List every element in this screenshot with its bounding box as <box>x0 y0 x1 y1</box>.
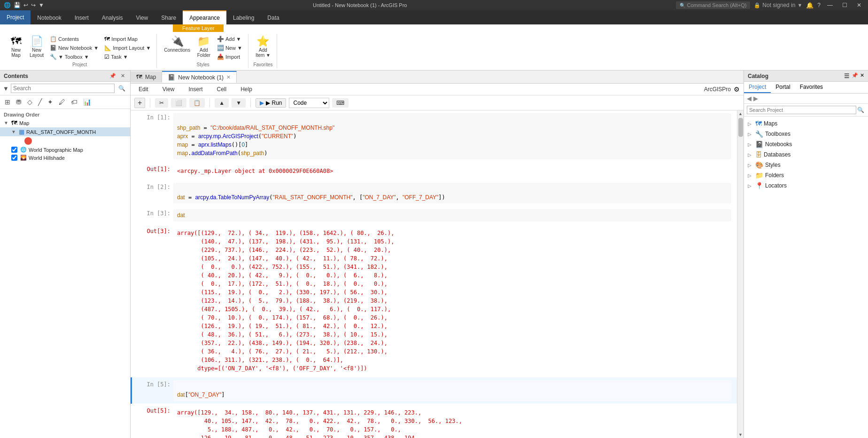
contents-close-btn[interactable]: ✕ <box>119 72 126 79</box>
notebooks-icon: 📓 <box>755 141 763 148</box>
scroll-down-btn[interactable]: ▼ <box>738 432 743 437</box>
maximize-btn[interactable]: ☐ <box>839 2 850 8</box>
notification-icon[interactable]: 🔔 <box>806 2 814 9</box>
catalog-tab-project[interactable]: Project <box>744 82 771 93</box>
cell-2-code[interactable]: dat = arcpy.da.TableToNumPyArray("RAIL_S… <box>173 183 731 203</box>
catalog-tab-favorites[interactable]: Favorites <box>795 82 828 93</box>
move-up-btn[interactable]: ▲ <box>215 98 229 108</box>
cat-locators[interactable]: ▷ 📍 Locators <box>744 180 868 191</box>
point-icon[interactable]: ✦ <box>46 97 55 107</box>
import-btn[interactable]: 📥 Import <box>215 53 244 61</box>
catalog-forward-btn[interactable]: ▶ <box>753 95 758 102</box>
doc-tab-notebook[interactable]: 📓 New Notebook (1) ✕ <box>162 71 237 83</box>
cell-3-code[interactable]: dat <box>173 209 731 221</box>
tab-appearance[interactable]: Appearance <box>183 10 226 24</box>
scroll-up-btn[interactable]: ▲ <box>738 111 743 116</box>
cat-folders[interactable]: ▷ 📁 Folders <box>744 170 868 180</box>
connections-btn[interactable]: 🔌 Connections <box>162 35 193 54</box>
catalog-search-btn[interactable]: 🔍 <box>856 106 865 114</box>
import-map-btn[interactable]: 🗺 Import Map <box>102 35 153 43</box>
polygon-icon[interactable]: ◇ <box>25 97 34 107</box>
tree-item-topo[interactable]: 🌐 World Topographic Map <box>0 146 130 154</box>
arcgispro-settings-icon[interactable]: ⚙ <box>734 86 740 93</box>
minimize-btn[interactable]: — <box>824 2 836 8</box>
search-input[interactable] <box>11 84 115 93</box>
cat-toolboxes[interactable]: ▷ 🔧 Toolboxes <box>744 129 868 139</box>
task-btn[interactable]: ☑ Task ▼ <box>102 53 153 61</box>
contents-pin-btn[interactable]: 📌 <box>108 72 117 79</box>
keyboard-shortcut-btn[interactable]: ⌨ <box>332 98 349 108</box>
new-btn[interactable]: 🆕 New ▼ <box>215 44 244 52</box>
menu-insert[interactable]: Insert <box>184 85 207 94</box>
tab-insert[interactable]: Insert <box>68 10 95 24</box>
new-report-btn[interactable]: 📋 Contents <box>48 35 101 43</box>
notebook-scrollbar[interactable]: ▲ ▼ <box>737 110 744 438</box>
quick-access-save[interactable]: 💾 <box>14 2 21 8</box>
cell-5-code[interactable]: dat["ON_7_DAY"] <box>173 380 731 401</box>
cat-styles[interactable]: ▷ 🎨 Styles <box>744 160 868 170</box>
catalog-pin-btn[interactable]: 📌 <box>852 72 858 79</box>
tab-share[interactable]: Share <box>155 10 183 24</box>
tab-analysis[interactable]: Analysis <box>95 10 130 24</box>
user-status[interactable]: 🔒 Not signed in ▼ <box>754 2 802 8</box>
command-search[interactable]: 🔍 Command Search (Alt+Q) <box>676 1 751 9</box>
new-layout-btn[interactable]: 📄 NewLayout <box>27 35 46 59</box>
quick-access-more[interactable]: ▼ <box>39 2 44 8</box>
hillshade-checkbox[interactable] <box>11 155 17 161</box>
tree-item-hillshade[interactable]: 🌄 World Hillshade <box>0 154 130 162</box>
help-btn[interactable]: ? <box>817 2 821 8</box>
tree-item-rail[interactable]: ▼ ▦ RAIL_STAT_ONOFF_MONTH <box>0 127 130 136</box>
rail-symbol <box>0 137 130 145</box>
folders-expand-icon: ▷ <box>748 173 753 178</box>
paste-cell-btn[interactable]: 📋 <box>189 98 205 108</box>
cat-notebooks[interactable]: ▷ 📓 Notebooks <box>744 139 868 149</box>
catalog-close-btn[interactable]: ✕ <box>860 72 864 79</box>
topo-checkbox[interactable] <box>11 147 17 153</box>
tree-item-map[interactable]: ▼ 🗺 Map <box>0 118 130 127</box>
tab-data[interactable]: Data <box>261 10 286 24</box>
catalog-menu-icon[interactable]: ☰ <box>844 72 850 79</box>
title-bar-right: 🔍 Command Search (Alt+Q) 🔒 Not signed in… <box>676 1 864 9</box>
cell-type-select[interactable]: Code Markdown Raw <box>289 98 329 108</box>
cylinder-icon[interactable]: ⛃ <box>14 97 23 107</box>
add-item-btn[interactable]: ⭐ AddItem ▼ <box>253 35 273 59</box>
scroll-thumb[interactable] <box>738 118 743 137</box>
import-layout-btn[interactable]: 📐 Import Layout ▼ <box>102 44 153 52</box>
menu-view[interactable]: View <box>158 85 179 94</box>
annotation-icon[interactable]: 🖊 <box>57 97 67 107</box>
move-down-btn[interactable]: ▼ <box>232 98 246 108</box>
cell-1-code[interactable]: shp_path = "C:/book/data/RAIL_STAT_ONOFF… <box>173 113 731 159</box>
cut-cell-btn[interactable]: ✂ <box>155 98 168 108</box>
menu-help[interactable]: Help <box>236 85 256 94</box>
add-folder-btn[interactable]: 📁 AddFolder <box>194 35 213 59</box>
tab-notebook[interactable]: Notebook <box>31 10 68 24</box>
cat-maps[interactable]: ▷ 🗺 Maps <box>744 118 868 129</box>
catalog-search-input[interactable] <box>747 106 856 114</box>
line-icon[interactable]: ╱ <box>36 97 44 107</box>
new-notebook-btn[interactable]: 📓 New Notebook ▼ <box>48 44 101 52</box>
catalog-back-btn[interactable]: ◀ <box>747 95 752 102</box>
cat-databases[interactable]: ▷ 🗄 Databases <box>744 149 868 160</box>
list-view-btn[interactable]: ⊞ <box>3 97 12 107</box>
search-btn[interactable]: 🔍 <box>116 84 127 93</box>
menu-edit[interactable]: Edit <box>134 85 153 94</box>
catalog-tab-portal[interactable]: Portal <box>771 82 795 93</box>
label-icon[interactable]: 🏷 <box>69 97 79 107</box>
run-btn[interactable]: ▶ ▶ Run <box>256 98 286 108</box>
menu-cell[interactable]: Cell <box>213 85 231 94</box>
toolbox-btn[interactable]: 🔧 ▼ Toolbox ▼ <box>48 53 101 61</box>
tab-view[interactable]: View <box>129 10 155 24</box>
doc-tab-map[interactable]: 🗺 Map <box>131 71 162 82</box>
add-btn[interactable]: ➕ Add ▼ <box>215 35 244 43</box>
close-btn[interactable]: ✕ <box>854 2 864 8</box>
tab-labeling[interactable]: Labeling <box>226 10 261 24</box>
maps-label: Maps <box>764 120 777 127</box>
copy-cell-btn[interactable]: ⬜ <box>171 98 186 108</box>
add-cell-btn[interactable]: + <box>134 98 145 108</box>
tab-project[interactable]: Project <box>0 10 31 24</box>
chart-icon[interactable]: 📊 <box>81 97 93 107</box>
new-map-btn[interactable]: 🗺 NewMap <box>7 35 25 59</box>
notebook-tab-close[interactable]: ✕ <box>226 74 231 80</box>
quick-access-redo[interactable]: ↪ <box>31 2 36 8</box>
quick-access-undo[interactable]: ↩ <box>23 2 28 8</box>
